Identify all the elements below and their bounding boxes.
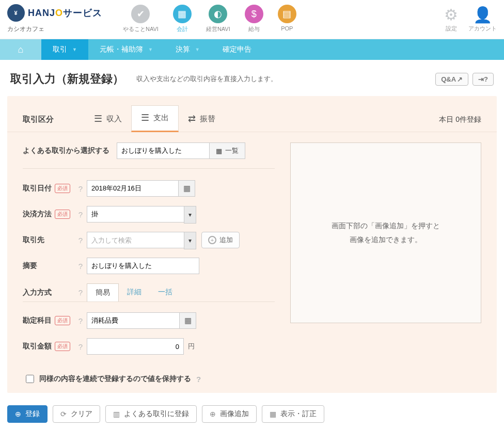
download-circle-icon: ⊕ [15,410,21,418]
top-nav: ✔ やることNAVI ▦ 会計 ◐ 経営NAVI $ 給与 ▤ POP [123,5,444,33]
image-drop-area: 画面下部の「画像追加」を押すと 画像を追加できます。 [290,142,481,323]
label-text: 取引金額 [23,342,52,351]
frequent-input[interactable] [117,142,210,159]
globe-icon: ◐ [209,5,227,23]
chevron-down-icon: ▼ [195,47,200,52]
subnav-tax[interactable]: 確定申告 [211,39,263,60]
spreadsheet-icon: ▦ [173,5,192,23]
table-icon: ▦ [270,410,276,418]
btn-label: よくある取引に登録 [124,409,189,419]
form-left: よくある取引から選択する ▦ 一覧 取引日付 必須 ? ▦ [23,142,275,364]
logo[interactable]: ¥ HANJOサービス [7,4,102,22]
view-correct-button[interactable]: ▦ 表示・訂正 [262,405,324,423]
category-tabs: 取引区分 ☰ 収入 ☰ 支出 ⇄ 振替 本日 0件登録 [7,96,497,132]
payment-select[interactable] [87,206,196,223]
check-circle-icon: ✔ [131,5,150,23]
nav-label: 給与 [248,25,260,33]
row-input-mode: 入力方式 ? 簡易 詳細 一括 [23,283,275,302]
plus-circle-icon: ⊕ [210,410,216,418]
help-icon[interactable]: ? [74,288,87,297]
refresh-icon: ⟳ [60,410,67,418]
label-account: 勘定科目 必須 [23,316,74,325]
settings-button[interactable]: ⚙ 設定 [444,6,458,33]
help-button[interactable]: ⇥? [472,73,494,86]
subnav-ledger[interactable]: 元帳・補助簿▼ [88,39,164,60]
tab-income[interactable]: ☰ 収入 [85,107,131,132]
payment-value[interactable] [87,206,196,223]
add-partner-button[interactable]: + 追加 [201,232,240,248]
retain-checkbox[interactable] [26,375,34,383]
save-frequent-button[interactable]: ▥ よくある取引に登録 [105,405,197,423]
sub-nav: ⌂ 取引▼ 元帳・補助簿▼ 決算▼ 確定申告 [0,39,504,60]
nav-todo[interactable]: ✔ やることNAVI [123,5,159,33]
plus-circle-icon: + [208,236,216,244]
subnav-settlement[interactable]: 決算▼ [164,39,211,60]
label-amount: 取引金額 必須 [23,342,74,351]
mode-tab-simple[interactable]: 簡易 [87,283,119,301]
subnav-label: 元帳・補助簿 [100,45,143,54]
subnav-transaction[interactable]: 取引▼ [41,39,88,60]
help-icon[interactable]: ? [74,316,87,325]
qa-button[interactable]: Q&A↗ [435,73,468,86]
page-description: 収入や支出などの取引内容を直接入力します。 [136,74,277,84]
add-label: 追加 [219,235,233,245]
tab-label: 振替 [200,114,215,124]
row-memo: 摘要 ? [23,258,275,274]
company-name: カシオカフェ [7,25,102,34]
nav-label: やることNAVI [123,25,159,33]
register-button[interactable]: ⊕ 登録 [7,405,48,423]
frequent-label: よくある取引から選択する [23,146,109,155]
account-label: アカウント [468,25,497,33]
partner-select[interactable] [87,232,196,248]
nav-accounting[interactable]: ▦ 会計 [173,5,192,33]
label-text: 摘要 [23,261,37,271]
help-icon[interactable]: ? [196,375,201,384]
required-badge: 必須 [55,342,70,351]
money-icon: $ [245,5,263,23]
nav-payroll[interactable]: $ 給与 [245,5,263,33]
nav-management[interactable]: ◐ 経営NAVI [206,5,230,33]
tab-expense[interactable]: ☰ 支出 [131,105,179,132]
mode-tab-detail[interactable]: 詳細 [119,283,150,301]
help-icon[interactable]: ? [74,342,87,351]
help-icon[interactable]: ? [74,184,87,193]
account-lookup-button[interactable]: ▦ [180,312,196,329]
chevron-down-icon: ▼ [72,47,77,52]
help-icon[interactable]: ? [74,262,87,271]
account-input[interactable] [87,312,180,329]
mode-tab-bulk[interactable]: 一括 [150,283,181,301]
btn-label: 表示・訂正 [280,409,317,419]
label-text: 決済方法 [23,210,52,219]
calendar-icon: ▦ [183,184,191,193]
help-icon[interactable]: ? [74,236,87,245]
help-icon[interactable]: ? [74,210,87,219]
row-partner: 取引先 ? + 追加 [23,232,275,248]
row-account: 勘定科目 必須 ? ▦ [23,312,275,329]
tab-transfer[interactable]: ⇄ 振替 [179,107,225,132]
subnav-home[interactable]: ⌂ [0,39,41,60]
clear-button[interactable]: ⟳ クリア [53,405,100,423]
income-icon: ☰ [94,113,102,124]
label-text: 入力方式 [23,288,52,297]
bottom-bar: ⊕ 登録 ⟳ クリア ▥ よくある取引に登録 ⊕ 画像追加 ▦ 表示・訂正 [0,400,504,432]
form-area: よくある取引から選択する ▦ 一覧 取引日付 必須 ? ▦ [7,132,497,369]
page-title: 取引入力（新規登録） [10,71,124,87]
row-amount: 取引金額 必須 ? 円 [23,338,275,355]
logo-block: ¥ HANJOサービス カシオカフェ [7,4,102,34]
label-text: 取引日付 [23,184,52,193]
title-bar: 取引入力（新規登録） 収入や支出などの取引内容を直接入力します。 Q&A↗ ⇥? [0,60,504,96]
amount-unit: 円 [188,342,195,351]
subnav-label: 決算 [176,45,190,54]
logo-text: HANJ [28,8,55,18]
frequent-list-button[interactable]: ▦ 一覧 [210,142,245,159]
date-input[interactable] [87,180,179,197]
frequent-row: よくある取引から選択する ▦ 一覧 [23,142,275,169]
nav-pop[interactable]: ▤ POP [278,5,296,33]
partner-input[interactable] [87,232,196,248]
retain-label: 同様の内容を連続で登録するので値を保持する [39,374,191,384]
account-button[interactable]: 👤 アカウント [468,6,497,33]
memo-input[interactable] [87,258,199,274]
add-image-button[interactable]: ⊕ 画像追加 [202,405,257,423]
calendar-button[interactable]: ▦ [179,180,195,197]
amount-input[interactable] [87,338,184,355]
